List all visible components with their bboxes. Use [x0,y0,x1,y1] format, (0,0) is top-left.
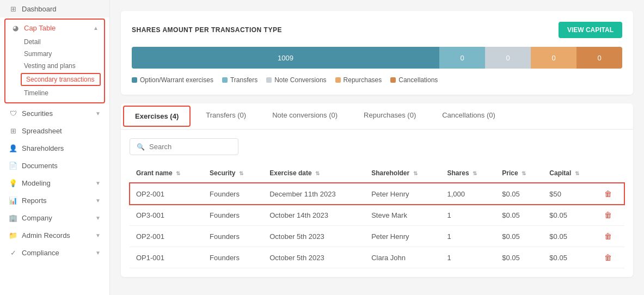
delete-icon[interactable]: 🗑 [604,232,612,241]
bar-exercises: 1009 [132,47,439,69]
sidebar-item-documents[interactable]: 📄 Documents [0,157,109,174]
chart-section: SHARES AMOUNT PER TRANSACTION TYPE VIEW … [121,11,633,95]
cell-shares: 1,000 [441,183,496,205]
legend-label-note-conversions: Note Conversions [274,76,326,84]
col-shareholder[interactable]: Shareholder ⇅ [365,164,440,183]
sort-icon-shares: ⇅ [473,170,477,176]
building-icon: 🏢 [9,213,17,222]
sidebar-item-reports[interactable]: 📊 Reports ▼ [0,192,109,209]
cell-exercise-date: December 11th 2023 [263,183,365,205]
table-section: 🔍 Grant name ⇅ Security ⇅ [121,130,633,277]
sidebar-item-shareholders[interactable]: 👤 Shareholders [0,139,109,157]
col-exercise-date[interactable]: Exercise date ⇅ [263,164,365,183]
sidebar-cap-table-group: ◕ Cap Table ▲ Detail Summary Vesting and… [4,19,105,103]
content-area: SHARES AMOUNT PER TRANSACTION TYPE VIEW … [110,0,644,295]
sidebar-item-company[interactable]: 🏢 Company ▼ [0,209,109,226]
sidebar-item-vesting-plans[interactable]: Vesting and plans [5,60,104,72]
cell-exercise-date: October 14th 2023 [263,205,365,226]
cell-security: Founders [203,183,263,205]
main-content: SHARES AMOUNT PER TRANSACTION TYPE VIEW … [110,0,644,295]
cell-price: $0.05 [495,183,543,205]
sidebar-item-detail[interactable]: Detail [5,36,104,48]
cell-security: Founders [203,247,263,268]
shares-bar-chart: 1009 0 0 0 0 [132,47,622,69]
delete-icon[interactable]: 🗑 [604,189,612,198]
doc-icon: 📄 [9,161,17,170]
cell-delete[interactable]: 🗑 [598,226,624,247]
sidebar-label-cap-table: Cap Table [24,24,56,32]
sidebar-item-spreadsheet[interactable]: ⊞ Spreadsheet [0,122,109,139]
tab-transfers[interactable]: Transfers (0) [193,103,259,129]
legend-label-exercises: Option/Warrant exercises [140,76,213,84]
person-icon: 👤 [9,144,17,152]
cell-exercise-date: October 5th 2023 [263,247,365,268]
legend-label-transfers: Transfers [230,76,257,84]
sidebar: ⊞ Dashboard ◕ Cap Table ▲ Detail Summary… [0,0,110,295]
sidebar-item-admin-records[interactable]: 📁 Admin Records ▼ [0,226,109,244]
search-bar[interactable]: 🔍 [130,138,238,155]
tab-cancellations-label: Cancellations (0) [442,111,495,119]
col-security[interactable]: Security ⇅ [203,164,263,183]
sort-icon-price: ⇅ [522,170,526,176]
chart-title: SHARES AMOUNT PER TRANSACTION TYPE [132,26,282,34]
chart-header: SHARES AMOUNT PER TRANSACTION TYPE VIEW … [132,22,622,38]
chart-icon: 💡 [9,179,17,187]
tab-repurchases[interactable]: Repurchases (0) [351,103,429,129]
table-body: OP2-001 Founders December 11th 2023 Pete… [130,183,624,268]
sidebar-item-compliance[interactable]: ✓ Compliance ▼ [0,244,109,261]
tab-exercises[interactable]: Exercises (4) [123,106,191,127]
tabs-section: Exercises (4) Transfers (0) Note convers… [121,103,633,277]
cell-capital: $0.05 [543,205,598,226]
delete-icon[interactable]: 🗑 [604,211,612,219]
sort-icon-exercise-date: ⇅ [315,170,320,176]
sidebar-item-modeling[interactable]: 💡 Modeling ▼ [0,174,109,192]
col-shareholder-label: Shareholder [371,169,409,177]
delete-icon[interactable]: 🗑 [604,253,612,262]
sidebar-item-dashboard[interactable]: ⊞ Dashboard [0,0,109,17]
sidebar-item-timeline[interactable]: Timeline [5,87,104,99]
col-grant-name[interactable]: Grant name ⇅ [130,164,203,183]
table-header: Grant name ⇅ Security ⇅ Exercise date ⇅ [130,164,624,183]
cell-price: $0.05 [495,247,543,268]
col-capital[interactable]: Capital ⇅ [543,164,598,183]
cell-security: Founders [203,205,263,226]
legend-dot-exercises [132,77,137,83]
cell-grant-name: OP3-001 [130,205,203,226]
cell-capital: $0.05 [543,247,598,268]
tab-exercises-label: Exercises (4) [135,112,179,120]
sidebar-item-securities[interactable]: 🛡 Securities ▼ [0,105,109,122]
col-price[interactable]: Price ⇅ [495,164,543,183]
report-icon: 📊 [9,196,17,205]
cell-delete[interactable]: 🗑 [598,205,624,226]
table-icon: ⊞ [9,126,17,135]
legend-note-conversions: Note Conversions [266,76,326,84]
tab-repurchases-label: Repurchases (0) [364,111,416,119]
legend-transfers: Transfers [222,76,257,84]
sidebar-label-spreadsheet: Spreadsheet [22,127,62,135]
shield-icon: 🛡 [9,109,17,118]
cell-shareholder: Peter Henry [365,226,440,247]
sort-icon-security: ⇅ [239,170,243,176]
col-shares[interactable]: Shares ⇅ [441,164,496,183]
sort-icon-capital: ⇅ [575,170,579,176]
sidebar-item-secondary-transactions[interactable]: Secondary transactions [21,73,101,86]
cell-delete[interactable]: 🗑 [598,247,624,268]
cell-delete[interactable]: 🗑 [598,183,624,205]
bar-note-conversions: 0 [485,47,531,69]
sidebar-item-summary[interactable]: Summary [5,48,104,60]
table-row: OP3-001 Founders October 14th 2023 Steve… [130,205,624,226]
tab-cancellations[interactable]: Cancellations (0) [429,103,508,129]
sidebar-label-dashboard: Dashboard [22,5,57,13]
legend-dot-repurchases [335,77,341,83]
sidebar-label-shareholders: Shareholders [22,144,64,152]
legend-dot-transfers [222,77,228,83]
col-capital-label: Capital [549,169,571,177]
cell-shares: 1 [441,205,496,226]
tab-note-conversions[interactable]: Note conversions (0) [259,103,351,129]
bar-transfers: 0 [439,47,485,69]
check-icon: ✓ [9,248,17,257]
col-exercise-date-label: Exercise date [269,169,311,177]
search-input[interactable] [149,143,231,151]
view-capital-button[interactable]: VIEW CAPITAL [559,22,622,38]
sidebar-item-cap-table[interactable]: ◕ Cap Table ▲ [5,20,104,36]
